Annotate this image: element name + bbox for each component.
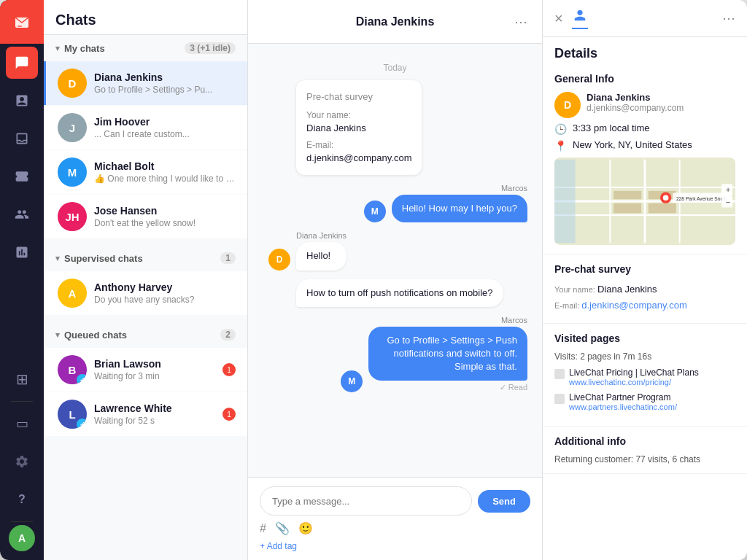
msg-content-settings-agent: Marcos Go to Profile > Settings > Push n… — [368, 316, 527, 393]
chat-item-brian[interactable]: B ✓ Brian Lawson Waiting for 3 min 1 — [44, 348, 247, 392]
chat-preview-jose: Don't eat the yellow snow! — [94, 218, 236, 228]
page-1-title: LiveChat Pricing | LiveChat Plans — [569, 368, 699, 378]
nav-item-help[interactable]: ? — [6, 483, 38, 516]
nav-item-window[interactable]: ▭ — [6, 408, 38, 440]
chat-name-michael: Michael Bolt — [94, 160, 236, 172]
chat-name-anthony: Anthony Harvey — [94, 281, 236, 293]
attachment-tool[interactable]: 📎 — [275, 521, 290, 535]
details-time-row: 🕒 3:33 pm local time — [554, 122, 735, 135]
chat-preview-jim: ... Can I create custom... — [94, 129, 236, 139]
queued-chats-header[interactable]: ▾ Queued chats 2 — [44, 322, 247, 348]
chat-avatar-lawrence: L ✓ — [58, 400, 87, 429]
chat-item-anthony[interactable]: A Anthony Harvey Do you have any snacks? — [44, 271, 247, 315]
location-icon: 📍 — [554, 140, 567, 152]
emoji-tool[interactable]: 🙂 — [298, 521, 313, 535]
prechat-name-value: Diana Jenkins — [306, 122, 411, 135]
hashtag-tool[interactable]: # — [260, 522, 266, 535]
close-icon[interactable]: × — [554, 10, 563, 27]
message-input-area: Send # 📎 🙂 + Add tag — [248, 477, 542, 560]
chat-item-diana[interactable]: D Diana Jenkins Go to Profile > Settings… — [44, 61, 247, 105]
bubble-notif-user: How to turn off push notifications on mo… — [296, 279, 503, 307]
chat-item-jose[interactable]: JH Jose Hansen Don't eat the yellow snow… — [44, 195, 247, 238]
msg-row-settings-agent: Marcos Go to Profile > Settings > Push n… — [263, 316, 527, 393]
user-avatar-nav[interactable]: A — [9, 525, 35, 551]
nav-item-reports[interactable] — [6, 85, 38, 117]
chat-item-michael[interactable]: M Michael Bolt 👍 One more thing I would … — [44, 150, 247, 194]
chat-more-button[interactable]: ⋯ — [514, 14, 527, 30]
chat-badge-lawrence: 1 — [222, 408, 236, 421]
my-chats-label: My chats — [64, 43, 185, 54]
svg-text:−: − — [726, 198, 731, 206]
add-tag-button[interactable]: + Add tag — [260, 541, 530, 551]
svg-rect-13 — [649, 203, 676, 213]
prechat-section-title: Pre-chat survey — [554, 263, 735, 275]
msg-prechat-survey: Pre-chat survey Your name: Diana Jenkins… — [263, 80, 527, 175]
prechat-email-label-detail: E-mail: — [554, 301, 581, 310]
nav-divider-2 — [11, 521, 33, 522]
chat-info-brian: Brian Lawson Waiting for 3 min — [94, 358, 220, 381]
page-2-url[interactable]: www.partners.livechatinc.com/ — [569, 402, 677, 411]
details-time: 3:33 pm local time — [573, 122, 650, 133]
message-input[interactable] — [260, 486, 472, 516]
visited-page-2: LiveChat Partner Program www.partners.li… — [554, 392, 735, 411]
nav-item-apps[interactable]: ⊞ — [6, 363, 38, 395]
nav-item-inbox[interactable] — [6, 122, 38, 155]
prechat-name-label: Your name: — [306, 109, 411, 122]
prechat-card-title: Pre-chat survey — [306, 90, 411, 104]
chat-avatar-jim: J — [58, 113, 87, 142]
queued-chats-count: 2 — [220, 329, 236, 341]
msg-sender-diana-1: Diana Jenkins — [296, 231, 347, 240]
chat-avatar-diana: D — [58, 69, 87, 98]
msg-row-hello-agent: Marcos Hello! How may I help you? M — [263, 184, 527, 222]
details-more-button[interactable]: ⋯ — [722, 10, 735, 26]
app-window: ⊞ ▭ ? A Chats ▾ My chats 3 (+1 idle) D D… — [0, 0, 747, 560]
svg-rect-10 — [614, 191, 641, 199]
sidebar-title: Chats — [44, 0, 247, 35]
page-1-url[interactable]: www.livechatinc.com/pricing/ — [569, 378, 699, 386]
chat-avatar-anthony: A — [58, 279, 87, 308]
my-chats-chevron: ▾ — [55, 44, 60, 53]
svg-text:228 Park Avenue South: 228 Park Avenue South — [676, 196, 727, 201]
visited-page-1: LiveChat Pricing | LiveChat Plans www.li… — [554, 368, 735, 386]
nav-item-settings[interactable] — [6, 446, 38, 478]
send-button[interactable]: Send — [478, 490, 530, 513]
additional-info-row: Returning customer: 77 visits, 6 chats — [554, 454, 735, 464]
prechat-survey-bubble: Pre-chat survey Your name: Diana Jenkins… — [296, 80, 422, 175]
prechat-email-field: E-mail: d.jenkins@company.com — [554, 298, 735, 311]
prechat-name-field: Your name: Diana Jenkins — [554, 282, 735, 295]
chat-item-lawrence[interactable]: L ✓ Lawrence White Waiting for 52 s 1 — [44, 392, 247, 436]
svg-rect-1 — [18, 26, 22, 27]
person-icon[interactable] — [572, 7, 588, 29]
svg-rect-9 — [554, 160, 576, 243]
details-location: New York, NY, United States — [573, 139, 692, 150]
visits-summary: Visits: 2 pages in 7m 16s — [554, 351, 735, 362]
returning-value: 77 visits, 6 chats — [635, 454, 700, 464]
chat-main: Diana Jenkins ⋯ Today Pre-chat survey Yo… — [248, 0, 543, 560]
visits-count: 2 pages in 7m 16s — [580, 351, 651, 362]
nav-item-chats[interactable] — [6, 47, 38, 79]
supervised-chats-count: 1 — [220, 252, 236, 264]
chat-preview-brian: Waiting for 3 min — [94, 371, 220, 381]
nav-logo[interactable] — [0, 0, 44, 44]
chat-info-lawrence: Lawrence White Waiting for 52 s — [94, 402, 220, 426]
nav-item-tickets[interactable] — [6, 160, 38, 192]
msg-content-hello-user: Diana Jenkins Hello! — [296, 231, 347, 270]
chat-item-jim[interactable]: J Jim Hoover ... Can I create custom... — [44, 106, 247, 149]
details-panel: × ⋯ Details General Info D Diana Jenkins… — [543, 0, 747, 560]
supervised-chats-header[interactable]: ▾ Supervised chats 1 — [44, 245, 247, 271]
my-chats-header[interactable]: ▾ My chats 3 (+1 idle) — [44, 35, 247, 61]
chat-info-diana: Diana Jenkins Go to Profile > Settings >… — [94, 71, 236, 95]
details-header: × ⋯ — [543, 0, 747, 37]
msg-row-hello-user: D Diana Jenkins Hello! — [263, 231, 527, 270]
details-user-name: Diana Jenkins — [587, 92, 684, 103]
visited-pages-section: Visited pages Visits: 2 pages in 7m 16s … — [543, 324, 747, 427]
chat-name-jim: Jim Hoover — [94, 116, 236, 128]
nav-item-customers[interactable] — [6, 198, 38, 230]
msg-content-notif-user: How to turn off push notifications on mo… — [296, 279, 503, 307]
nav-item-analytics[interactable] — [6, 236, 38, 268]
svg-rect-11 — [614, 203, 641, 213]
sidebar: Chats ▾ My chats 3 (+1 idle) D Diana Jen… — [44, 0, 248, 560]
chat-avatar-jose: JH — [58, 202, 87, 231]
chat-header-actions: ⋯ — [439, 14, 527, 30]
chat-info-anthony: Anthony Harvey Do you have any snacks? — [94, 281, 236, 305]
